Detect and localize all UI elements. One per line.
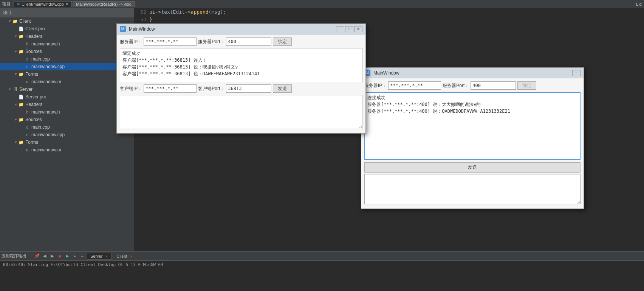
folder-icon-server: 🗄 [12, 86, 18, 92]
arrow-spacer7 [20, 110, 24, 114]
tab-server-label: Server [90, 254, 102, 258]
sidebar-item-main-cpp-1[interactable]: c main.cpp [0, 55, 134, 63]
pin-icon[interactable]: 📌 [34, 253, 40, 259]
tab-label: Client/mainwindow.cpp [22, 2, 64, 6]
server-output-line-3: 服务器[***.***.*.**:400] 说：QADWEDQDFAVWV A1… [367, 108, 577, 115]
client-minimize-btn[interactable]: − [336, 26, 344, 32]
client-dialog-icon: M [120, 26, 126, 32]
label-main-cpp-2: main.cpp [31, 124, 50, 130]
folder-icon-forms1: 📁 [18, 71, 24, 77]
expand-arrow-forms2: ▼ [14, 140, 18, 145]
client-output-line-4: 客户端[***.***.*.**:36813] 说：DAWEFWAFAWE231… [122, 70, 360, 77]
server-ip-row: 服务器IP： 服务器Port： 绑定 [364, 81, 581, 90]
server-send-button[interactable]: 发送 [364, 162, 581, 173]
client-server-port-input[interactable] [226, 37, 271, 46]
tab-mainwindow-cpp[interactable]: ⊞ Client/mainwindow.cpp ✕ [14, 1, 72, 7]
next-icon[interactable]: ▶ [49, 253, 55, 259]
sidebar-item-server[interactable]: ▼ 🗄 Server [0, 86, 134, 93]
sidebar-item-mainwindow-h-1[interactable]: h mainwindow.h [0, 40, 134, 48]
sidebar-header: 项目 [0, 8, 134, 17]
label-mainwindow-ui-1: mainwindow.ui [31, 79, 61, 84]
client-send-button[interactable]: 发送 [273, 84, 292, 93]
tab-client[interactable]: Client ✕ [113, 253, 136, 260]
client-message-input[interactable] [120, 95, 362, 129]
sidebar-item-mainwindow-ui-2[interactable]: u mainwindow.ui [0, 146, 134, 154]
tab-readr[interactable]: MainWindow::ReadR() -> void [73, 1, 135, 7]
toolbar-right: Lid [636, 2, 642, 6]
arrow-spacer10 [20, 148, 24, 152]
label-sources-1: Sources [25, 49, 42, 54]
label-headers-1: Headers [25, 34, 42, 39]
sidebar-item-mainwindow-cpp-1[interactable]: c mainwindow.cpp [0, 63, 134, 70]
folder-icon-sources2: 📁 [18, 117, 24, 123]
client-client-ip-input[interactable] [144, 84, 197, 93]
file-icon-h1: h [24, 41, 30, 47]
expand-arrow-headers1: ▼ [14, 34, 18, 39]
client-bind-button[interactable]: 绑定 [273, 37, 292, 46]
tab-server[interactable]: Server ✕ [87, 253, 111, 260]
sidebar-item-mainwindow-ui-1[interactable]: u mainwindow.ui [0, 78, 134, 86]
sidebar-item-mainwindow-h-2[interactable]: h mainwindow.h [0, 108, 134, 116]
arrow-spacer3 [20, 57, 24, 61]
server-window-buttons: − [572, 70, 581, 76]
dialog-client: M MainWindow − □ ✕ 服务器IP： 服务器Port： 绑定 绑定… [116, 23, 366, 134]
arrow-spacer [14, 26, 18, 31]
line-number-52: 52 [134, 8, 149, 16]
output-label: 应用程序输出 [2, 253, 26, 259]
run-icon[interactable]: ▶ [64, 253, 70, 259]
client-output-area: 绑定成功 客户端[***.***.*.**:36813] 连入！ 客户端[***… [120, 48, 362, 82]
expand-arrow-client: ▼ [8, 19, 12, 23]
sidebar-item-headers-1[interactable]: ▼ 📁 Headers [0, 33, 134, 40]
tab-icon: ⊞ [17, 2, 20, 6]
code-line-52: 52 ui->textEdit->append(msg); [134, 8, 644, 16]
server-minimize-btn[interactable]: − [572, 70, 581, 76]
sidebar-item-headers-2[interactable]: ▼ 📁 Headers [0, 101, 134, 108]
sidebar-item-sources-1[interactable]: ▼ 📁 Sources [0, 48, 134, 55]
sidebar-item-sources-2[interactable]: ▼ 📁 Sources [0, 116, 134, 123]
output-text: 08:53:40: Starting E:\QT\build-Client-De… [3, 262, 163, 267]
add-icon[interactable]: + [72, 253, 78, 259]
server-bind-button[interactable]: 绑定 [517, 81, 536, 90]
stop-icon[interactable]: ■ [57, 253, 63, 259]
project-sidebar: 项目 ▼ 📁 Client 📄 Client.pro ▼ 📁 Headers h… [0, 8, 134, 251]
prev-icon[interactable]: ◀ [42, 253, 48, 259]
minus-icon[interactable]: − [79, 253, 85, 259]
client-close-btn[interactable]: ✕ [354, 26, 362, 32]
line-content-53: } [149, 16, 152, 23]
sidebar-item-client[interactable]: ▼ 📁 Client [0, 17, 134, 25]
tab-server-close[interactable]: ✕ [105, 255, 108, 258]
file-icon-cpp4: c [24, 132, 30, 138]
client-client-port-input[interactable] [226, 84, 271, 93]
label-client-pro: Client.pro [25, 26, 45, 31]
client-dialog-body: 服务器IP： 服务器Port： 绑定 绑定成功 客户端[***.***.*.**… [117, 34, 365, 133]
client-client-port-label: 客户端Port： [198, 86, 224, 92]
sidebar-item-main-cpp-2[interactable]: c main.cpp [0, 123, 134, 131]
server-message-input[interactable] [364, 174, 581, 204]
sidebar-item-mainwindow-cpp-2[interactable]: c mainwindow.cpp [0, 131, 134, 138]
bottom-controls: 📌 ◀ ▶ ■ ▶ + − [34, 253, 85, 259]
folder-icon-headers2: 📁 [18, 101, 24, 107]
server-port-label: 服务器Port： [443, 82, 469, 89]
tab-label-2: MainWindow::ReadR() -> void [76, 2, 132, 6]
client-maximize-btn[interactable]: □ [345, 26, 353, 32]
expand-arrow-sources2: ▼ [14, 117, 18, 122]
client-client-ip-label: 客户端IP： [120, 86, 142, 92]
label-server-pro: Server.pro [25, 94, 46, 100]
tab-client-label: Client [116, 254, 127, 258]
tab-client-close[interactable]: ✕ [130, 255, 133, 258]
server-output-line-2: 服务器[***.***.*.**:400] 说：大大撇啊的说法v的 [367, 101, 577, 108]
tab-close-icon[interactable]: ✕ [65, 2, 68, 6]
file-icon-ui1: u [24, 79, 30, 85]
file-icon-cpp1: c [24, 56, 30, 62]
file-icon-h2: h [24, 109, 30, 115]
sidebar-item-forms-2[interactable]: ▼ 📁 Forms [0, 138, 134, 146]
server-ip-input[interactable] [388, 81, 441, 90]
sidebar-item-server-pro[interactable]: 📄 Server.pro [0, 93, 134, 101]
top-toolbar: 项目 ⊞ Client/mainwindow.cpp ✕ MainWindow:… [0, 0, 644, 8]
arrow-spacer5 [20, 79, 24, 84]
sidebar-item-client-pro[interactable]: 📄 Client.pro [0, 25, 134, 33]
client-server-ip-input[interactable] [144, 37, 197, 46]
server-port-input[interactable] [471, 81, 516, 90]
sidebar-item-forms-1[interactable]: ▼ 📁 Forms [0, 70, 134, 78]
label-forms-1: Forms [25, 72, 38, 77]
